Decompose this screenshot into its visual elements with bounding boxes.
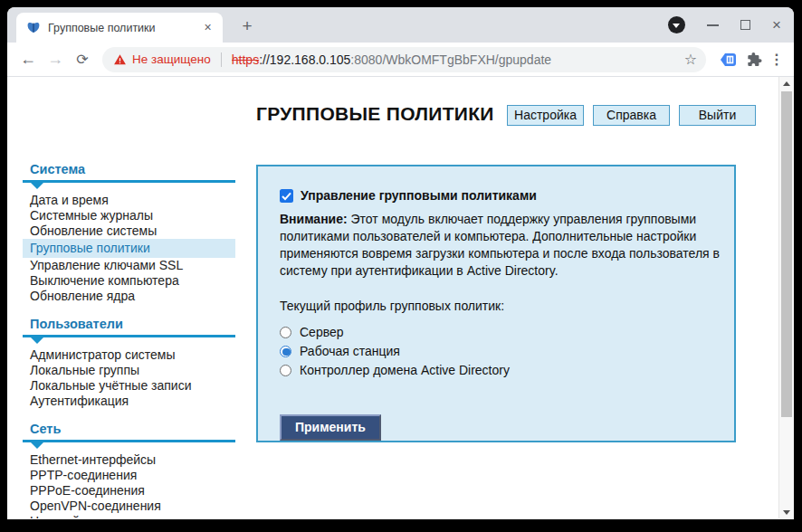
radio-row-workstation[interactable]: Рабочая станция [280, 344, 716, 358]
security-status-label: Не защищено [132, 52, 211, 66]
url-scheme: https [232, 52, 259, 67]
sidebar-item-openvpn[interactable]: OpenVPN-соединения [23, 499, 235, 514]
sidebar-item-sysupdate[interactable]: Обновление системы [23, 223, 235, 239]
section-title: Система [23, 162, 235, 176]
maximize-button[interactable] [740, 20, 750, 30]
sidebar-item-local-accounts[interactable]: Локальные учётные записи [23, 378, 235, 394]
sidebar-item-proxy[interactable]: Настройки proxy [23, 514, 235, 518]
radio-domain-controller-label[interactable]: Контроллер домена Active Directory [300, 363, 510, 377]
sidebar-item-local-groups[interactable]: Локальные группы [23, 363, 235, 378]
window-controls: × [668, 7, 781, 43]
page-scrollbar[interactable] [778, 77, 794, 518]
sidebar-section-users: Пользователи Администратор системы Локал… [23, 317, 235, 409]
tab-close-icon[interactable]: × [200, 20, 215, 35]
sidebar: Система Дата и время Системные журналы О… [23, 162, 235, 518]
profile-group-label: Текущий профиль групповых политик: [280, 299, 716, 313]
browser-update-icon[interactable] [668, 16, 685, 33]
checkmark-icon [280, 189, 293, 203]
sidebar-item-pptp[interactable]: PPTP-соединения [23, 468, 235, 483]
scroll-down-icon[interactable] [779, 505, 794, 518]
radio-domain-controller[interactable] [280, 365, 291, 376]
apply-button[interactable]: Применить [280, 414, 381, 441]
browser-tab[interactable]: Групповые политики × [16, 13, 223, 43]
extensions-puzzle-icon[interactable] [744, 51, 764, 69]
radio-server-label[interactable]: Сервер [300, 325, 344, 339]
sidebar-item-ssl-keys[interactable]: Управление ключами SSL [23, 258, 235, 273]
new-tab-button[interactable]: + [235, 14, 259, 38]
section-title: Сеть [23, 422, 235, 436]
profile-radio-group: Сервер Рабочая станция Контроллер домена… [280, 325, 716, 377]
sidebar-section-network: Сеть Ethernet-интерфейсы PPTP-соединения… [23, 422, 235, 518]
page-content: ГРУППОВЫЕ ПОЛИТИКИ Настройка Справка Вый… [7, 77, 794, 518]
radio-workstation[interactable] [280, 346, 291, 357]
reload-button[interactable]: ⟳ [70, 47, 95, 72]
browser-window: Групповые политики × + × ← → ⟳ Не защище… [7, 7, 794, 519]
sidebar-item-pppoe[interactable]: PPPoE-соединения [23, 483, 235, 499]
url-divider [221, 52, 222, 67]
window-close-button[interactable]: × [772, 19, 781, 31]
module-notice: Внимание: Этот модуль включает поддержку… [280, 211, 725, 280]
settings-button[interactable]: Настройка [507, 105, 584, 126]
minimize-button[interactable] [707, 19, 719, 31]
address-bar[interactable]: Не защищено https://192.168.0.105:8080/W… [102, 47, 706, 72]
url-host: ://192.168.0.105 [259, 52, 350, 67]
page-title: ГРУППОВЫЕ ПОЛИТИКИ [256, 103, 494, 125]
favicon-icon [26, 21, 41, 35]
sidebar-item-admin[interactable]: Администратор системы [23, 347, 235, 363]
radio-row-domain-controller[interactable]: Контроллер домена Active Directory [280, 363, 716, 377]
security-warning-icon[interactable] [113, 53, 127, 66]
scroll-up-icon[interactable] [779, 77, 794, 90]
radio-server[interactable] [280, 327, 291, 338]
module-enable-row[interactable]: Управление групповыми политиками [280, 188, 716, 203]
back-button[interactable]: ← [15, 47, 41, 72]
browser-menu-icon[interactable]: ⋮ [768, 51, 786, 68]
module-checkbox-label[interactable]: Управление групповыми политиками [301, 188, 537, 203]
url-text: https://192.168.0.105:8080/WbkOMFTgBbFXH… [232, 52, 551, 67]
settings-panel: Управление групповыми политиками Внимани… [256, 165, 736, 442]
tab-strip: Групповые политики × + × [7, 7, 794, 43]
bookmark-star-icon[interactable]: ☆ [684, 51, 697, 68]
help-button[interactable]: Справка [593, 105, 670, 126]
sidebar-item-datetime[interactable]: Дата и время [23, 193, 235, 208]
sidebar-item-group-policies[interactable]: Групповые политики [23, 239, 235, 258]
sidebar-item-shutdown[interactable]: Выключение компьютера [23, 273, 235, 289]
radio-workstation-label[interactable]: Рабочая станция [300, 344, 400, 358]
section-rule [23, 180, 235, 183]
section-rule [23, 440, 235, 442]
extension-icon-blue[interactable] [719, 51, 739, 69]
notice-lead: Внимание: [280, 212, 348, 226]
logout-button[interactable]: Выйти [679, 105, 756, 126]
section-rule [23, 335, 235, 337]
browser-toolbar: ← → ⟳ Не защищено https://192.168.0.105:… [7, 43, 794, 77]
section-title: Пользователи [23, 317, 235, 331]
tab-title: Групповые политики [48, 22, 193, 34]
url-path: :8080/WbkOMFTgBbFXH/gpupdate [350, 52, 551, 67]
module-checkbox[interactable] [280, 189, 293, 203]
forward-button[interactable]: → [43, 47, 68, 72]
header-buttons: Настройка Справка Выйти [507, 105, 756, 126]
sidebar-item-ethernet[interactable]: Ethernet-интерфейсы [23, 452, 235, 468]
sidebar-item-authentication[interactable]: Аутентификация [23, 394, 235, 409]
sidebar-section-system: Система Дата и время Системные журналы О… [23, 162, 235, 304]
sidebar-item-syslogs[interactable]: Системные журналы [23, 208, 235, 223]
sidebar-item-kernel-update[interactable]: Обновление ядра [23, 289, 235, 304]
scrollbar-thumb[interactable] [781, 91, 792, 417]
radio-row-server[interactable]: Сервер [280, 325, 716, 339]
